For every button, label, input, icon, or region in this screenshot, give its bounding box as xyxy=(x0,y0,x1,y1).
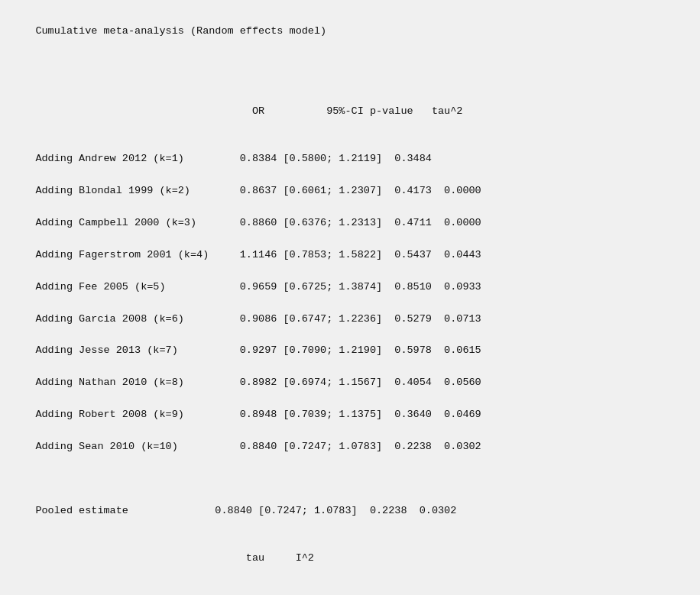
table1-row-7: Adding Jesse 2013 (k=7) 0.9297 [0.7090; … xyxy=(35,344,481,356)
pooled1-row: Pooled estimate 0.8840 [0.7247; 1.0783] … xyxy=(35,505,456,516)
content-box: Cumulative meta-analysis (Random effects… xyxy=(11,8,689,595)
main-container: Cumulative meta-analysis (Random effects… xyxy=(0,0,700,595)
table1-row-1: Adding Andrew 2012 (k=1) 0.8384 [0.5800;… xyxy=(35,153,431,164)
table1-row-8: Adding Nathan 2010 (k=8) 0.8982 [0.6974;… xyxy=(35,377,481,388)
title: Cumulative meta-analysis (Random effects… xyxy=(35,25,326,37)
table1-row-4: Adding Fagerstrom 2001 (k=4) 1.1146 [0.7… xyxy=(35,249,481,260)
table2-header: tau I^2 xyxy=(35,552,314,564)
table1-header: OR 95%-CI p-value tau^2 xyxy=(35,105,462,117)
table1-row-2: Adding Blondal 1999 (k=2) 0.8637 [0.6061… xyxy=(35,185,481,196)
table1-row-3: Adding Campbell 2000 (k=3) 0.8860 [0.637… xyxy=(35,217,481,228)
table1-row-9: Adding Robert 2008 (k=9) 0.8948 [0.7039;… xyxy=(35,409,481,420)
table1-row-5: Adding Fee 2005 (k=5) 0.9659 [0.6725; 1.… xyxy=(35,281,481,293)
table1-row-10: Adding Sean 2010 (k=10) 0.8840 [0.7247; … xyxy=(35,441,481,452)
table1-row-6: Adding Garcia 2008 (k=6) 0.9086 [0.6747;… xyxy=(35,313,481,325)
